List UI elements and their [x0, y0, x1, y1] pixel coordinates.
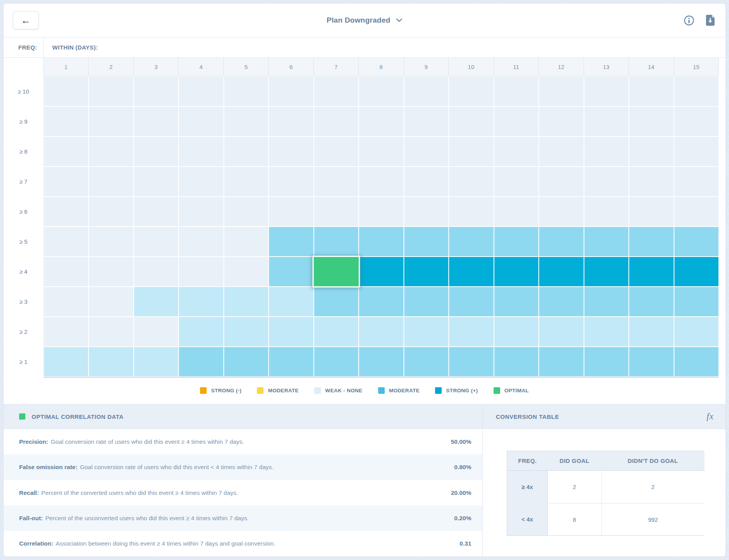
heatmap-cell[interactable]	[44, 287, 88, 317]
heatmap-cell[interactable]	[629, 287, 674, 317]
heatmap-cell[interactable]	[314, 197, 359, 227]
heatmap-cell[interactable]	[359, 347, 403, 377]
heatmap-cell[interactable]	[44, 106, 88, 136]
heatmap-cell[interactable]	[449, 227, 494, 257]
heatmap-cell[interactable]	[449, 257, 494, 287]
heatmap-cell[interactable]	[134, 167, 179, 197]
heatmap-cell[interactable]	[134, 227, 179, 257]
heatmap-cell[interactable]	[629, 76, 674, 106]
heatmap-cell[interactable]	[134, 106, 179, 136]
heatmap-cell[interactable]	[404, 76, 449, 106]
heatmap-cell[interactable]	[449, 106, 494, 136]
heatmap-cell[interactable]	[539, 197, 584, 227]
heatmap-cell[interactable]	[359, 76, 403, 106]
heatmap-cell[interactable]	[224, 197, 269, 227]
heatmap-cell[interactable]	[179, 136, 223, 167]
heatmap-cell[interactable]	[404, 317, 449, 347]
heatmap-cell[interactable]	[134, 287, 179, 317]
heatmap-cell[interactable]	[494, 227, 539, 257]
heatmap-cell[interactable]	[494, 197, 539, 227]
heatmap-cell[interactable]	[449, 76, 494, 106]
heatmap-cell[interactable]	[179, 197, 223, 227]
heatmap-cell[interactable]	[134, 197, 179, 227]
heatmap-cell[interactable]	[179, 257, 223, 287]
heatmap-cell[interactable]	[539, 106, 584, 136]
heatmap-cell[interactable]	[584, 76, 629, 106]
heatmap-cell[interactable]	[179, 287, 223, 317]
heatmap-cell[interactable]	[179, 106, 223, 136]
heatmap-cell[interactable]	[584, 347, 629, 377]
heatmap-cell[interactable]	[404, 347, 449, 377]
heatmap-cell[interactable]	[674, 167, 719, 197]
heatmap-cell[interactable]	[494, 257, 539, 287]
heatmap-cell[interactable]	[269, 227, 313, 257]
heatmap-cell[interactable]	[269, 167, 313, 197]
info-icon[interactable]	[684, 15, 694, 26]
heatmap-cell[interactable]	[629, 347, 674, 377]
heatmap-cell[interactable]	[494, 106, 539, 136]
heatmap-cell[interactable]	[179, 167, 223, 197]
heatmap-cell[interactable]	[629, 136, 674, 167]
heatmap-cell[interactable]	[674, 106, 719, 136]
heatmap-cell[interactable]	[404, 106, 449, 136]
heatmap-cell[interactable]	[449, 347, 494, 377]
back-button[interactable]: ←	[13, 11, 39, 29]
heatmap-cell[interactable]	[674, 76, 719, 106]
heatmap-cell[interactable]	[584, 167, 629, 197]
heatmap-cell[interactable]	[88, 167, 133, 197]
formula-fx-icon[interactable]: fx	[706, 411, 714, 422]
heatmap-cell[interactable]	[674, 257, 719, 287]
heatmap-cell[interactable]	[269, 106, 313, 136]
heatmap-cell[interactable]	[88, 227, 133, 257]
heatmap-cell[interactable]	[88, 197, 133, 227]
heatmap-cell[interactable]	[584, 257, 629, 287]
heatmap-cell[interactable]	[224, 76, 269, 106]
heatmap-cell[interactable]	[314, 76, 359, 106]
heatmap-cell[interactable]	[674, 227, 719, 257]
heatmap-cell[interactable]	[88, 317, 133, 347]
heatmap-cell[interactable]	[584, 136, 629, 167]
heatmap-cell[interactable]	[134, 136, 179, 167]
heatmap-cell[interactable]	[629, 317, 674, 347]
heatmap-cell[interactable]	[224, 317, 269, 347]
heatmap-cell[interactable]	[224, 136, 269, 167]
heatmap-cell[interactable]	[494, 136, 539, 167]
heatmap-cell-selected[interactable]	[312, 256, 360, 288]
heatmap-cell[interactable]	[224, 287, 269, 317]
heatmap-cell[interactable]	[88, 106, 133, 136]
heatmap-cell[interactable]	[674, 136, 719, 167]
heatmap-cell[interactable]	[404, 227, 449, 257]
heatmap-cell[interactable]	[44, 257, 88, 287]
heatmap-cell[interactable]	[224, 257, 269, 287]
heatmap-cell[interactable]	[134, 347, 179, 377]
heatmap-cell[interactable]	[269, 317, 313, 347]
heatmap-cell[interactable]	[314, 106, 359, 136]
heatmap-cell[interactable]	[404, 287, 449, 317]
download-icon[interactable]	[705, 14, 715, 26]
heatmap-cell[interactable]	[134, 76, 179, 106]
heatmap-cell[interactable]	[359, 106, 403, 136]
heatmap-cell[interactable]	[88, 347, 133, 377]
heatmap-cell[interactable]	[44, 197, 88, 227]
heatmap-cell[interactable]	[314, 227, 359, 257]
heatmap-cell[interactable]	[359, 197, 403, 227]
heatmap-cell[interactable]	[584, 106, 629, 136]
heatmap-cell[interactable]	[88, 76, 133, 106]
heatmap-cell[interactable]	[44, 167, 88, 197]
heatmap-cell[interactable]	[449, 287, 494, 317]
heatmap-cell[interactable]	[88, 287, 133, 317]
heatmap-cell[interactable]	[359, 287, 403, 317]
heatmap-cell[interactable]	[359, 167, 403, 197]
heatmap-cell[interactable]	[674, 317, 719, 347]
heatmap-cell[interactable]	[584, 197, 629, 227]
heatmap-cell[interactable]	[88, 257, 133, 287]
heatmap-cell[interactable]	[674, 287, 719, 317]
heatmap-cell[interactable]	[494, 347, 539, 377]
heatmap-cell[interactable]	[269, 136, 313, 167]
heatmap-cell[interactable]	[224, 167, 269, 197]
heatmap-cell[interactable]	[314, 136, 359, 167]
heatmap-cell[interactable]	[359, 317, 403, 347]
heatmap-cell[interactable]	[404, 136, 449, 167]
heatmap-cell[interactable]	[494, 167, 539, 197]
heatmap-cell[interactable]	[44, 136, 88, 167]
